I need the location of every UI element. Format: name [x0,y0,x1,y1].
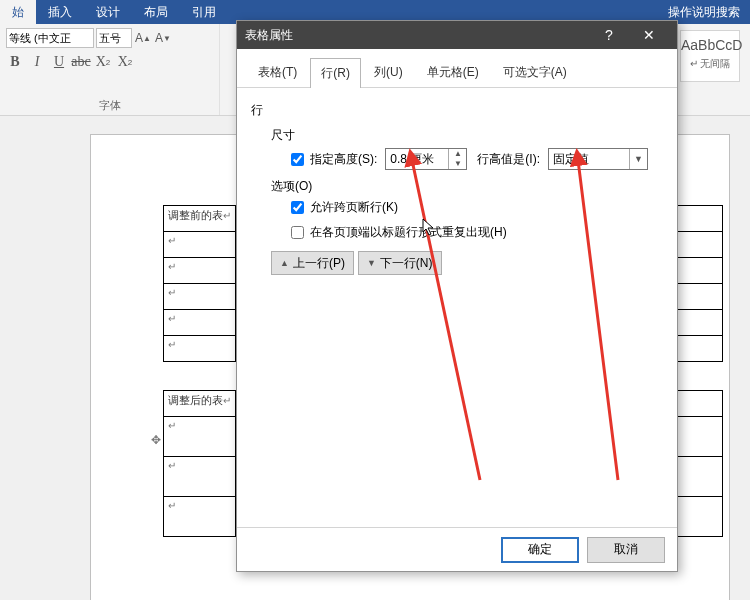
triangle-up-icon: ▲ [280,258,289,268]
font-group-label: 字体 [0,98,219,113]
row-height-is-label: 行高值是(I): [477,151,540,168]
close-button[interactable]: ✕ [629,21,669,49]
tab-column[interactable]: 列(U) [363,57,414,87]
font-name-combo[interactable]: 等线 (中文正 [6,28,94,48]
style-sample-text: AaBbCcD [681,37,739,53]
table-anchor-icon[interactable]: ✥ [151,433,161,447]
next-row-button[interactable]: ▼ 下一行(N) [358,251,442,275]
specify-height-label: 指定高度(S): [310,151,377,168]
table-properties-dialog: 表格属性 ? ✕ 表格(T) 行(R) 列(U) 单元格(E) 可选文字(A) … [236,20,678,572]
options-label: 选项(O) [271,178,663,195]
previous-row-button[interactable]: ▲ 上一行(P) [271,251,354,275]
allow-break-label: 允许跨页断行(K) [310,199,398,216]
underline-button[interactable]: U [50,52,68,72]
size-label: 尺寸 [271,127,663,144]
tab-alt-text[interactable]: 可选文字(A) [492,57,578,87]
tab-row[interactable]: 行(R) [310,58,361,88]
specify-height-checkbox[interactable] [291,153,304,166]
font-size-combo[interactable]: 五号 [96,28,132,48]
style-name-text: ↵ 无间隔 [681,57,739,71]
height-input[interactable] [386,149,448,169]
tab-table[interactable]: 表格(T) [247,57,308,87]
tab-design[interactable]: 设计 [84,0,132,24]
dialog-title: 表格属性 [245,27,589,44]
dialog-titlebar: 表格属性 ? ✕ [237,21,677,49]
grow-font-button[interactable]: A▲ [134,29,152,47]
mouse-cursor-icon [422,218,436,240]
tab-layout[interactable]: 布局 [132,0,180,24]
chevron-down-icon: ▼ [629,149,647,169]
triangle-down-icon: ▼ [367,258,376,268]
height-down-icon[interactable]: ▼ [449,159,466,169]
allow-break-checkbox[interactable] [291,201,304,214]
shrink-font-button[interactable]: A▼ [154,29,172,47]
height-type-select[interactable]: 固定值 ▼ [548,148,648,170]
ok-button[interactable]: 确定 [501,537,579,563]
superscript-button[interactable]: X2 [116,52,134,72]
dialog-body: 行 尺寸 指定高度(S): ▲ ▼ 行高值是(I): 固定值 ▼ [237,88,677,293]
tab-references[interactable]: 引用 [180,0,228,24]
help-button[interactable]: ? [589,21,629,49]
italic-button[interactable]: I [28,52,46,72]
tab-home[interactable]: 始 [0,0,36,24]
tab-insert[interactable]: 插入 [36,0,84,24]
dialog-tabs: 表格(T) 行(R) 列(U) 单元格(E) 可选文字(A) [237,49,677,88]
table-before-label: 调整前的表 [164,206,236,232]
repeat-header-label: 在各页顶端以标题行形式重复出现(H) [310,224,507,241]
height-spinner[interactable]: ▲ ▼ [385,148,467,170]
table-after-label: 调整后的表 [164,391,236,417]
height-up-icon[interactable]: ▲ [449,149,466,159]
bold-button[interactable]: B [6,52,24,72]
style-no-spacing[interactable]: AaBbCcD ↵ 无间隔 [680,30,740,82]
cancel-button[interactable]: 取消 [587,537,665,563]
height-type-value: 固定值 [549,151,629,168]
repeat-header-checkbox[interactable] [291,226,304,239]
font-group: 等线 (中文正 五号 A▲ A▼ B I U abc X2 X2 字体 [0,24,220,115]
tab-cell[interactable]: 单元格(E) [416,57,490,87]
row-section-label: 行 [251,102,663,119]
dialog-footer: 确定 取消 [237,527,677,571]
subscript-button[interactable]: X2 [94,52,112,72]
strikethrough-button[interactable]: abc [72,52,90,72]
